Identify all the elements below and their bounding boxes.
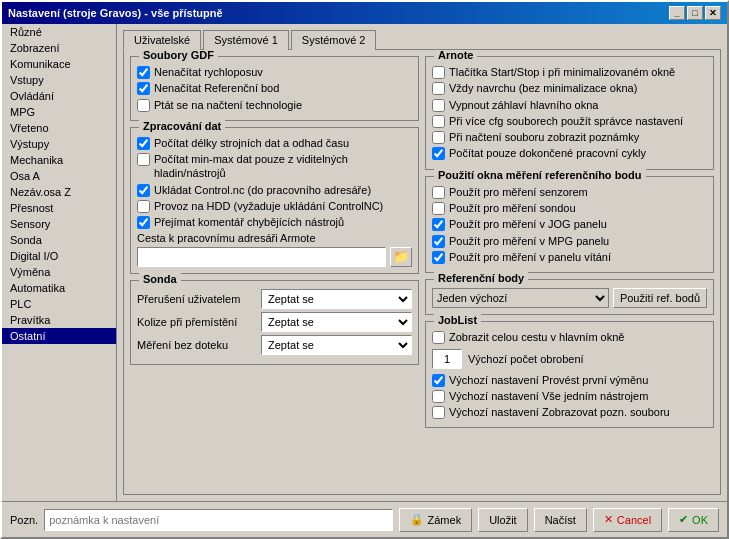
ok-label: OK	[692, 514, 708, 526]
joblist-count-input[interactable]	[432, 349, 462, 369]
tab-systemove1[interactable]: Systémové 1	[203, 30, 289, 50]
arnote-content: Tlačítka Start/Stop i při minimalizované…	[432, 65, 707, 161]
chk-ar-5-label: Při načtení souboru zobrazit poznámky	[449, 130, 639, 144]
chk-ar-1-label: Tlačítka Start/Stop i při minimalizované…	[449, 65, 675, 79]
chk-row-gdf-3: Ptát se na načtení technologie	[137, 98, 412, 112]
chk-ar-4[interactable]	[432, 115, 445, 128]
chk-ar-6-label: Počítat pouze dokončené pracovní cykly	[449, 146, 646, 160]
chk-zp-5[interactable]	[137, 216, 150, 229]
chk-gdf-1-label: Nenačítat rychloposuv	[154, 65, 263, 79]
chk-zp-2-label: Počítat min-max dat pouze z viditelných …	[154, 152, 412, 181]
chk-po-2[interactable]	[432, 202, 445, 215]
zamek-button[interactable]: 🔒 Zámek	[399, 508, 473, 532]
group-arnote-title: Arnote	[434, 49, 477, 61]
chk-jl-2[interactable]	[432, 374, 445, 387]
sonda-row-1: Přerušení uživatelem Zeptat se Ano Ne	[137, 289, 412, 309]
ulozit-button[interactable]: Uložit	[478, 508, 528, 532]
sidebar-item-ostatn-[interactable]: Ostatní	[2, 328, 116, 344]
chk-po-3-label: Použít pro měření v JOG panelu	[449, 217, 607, 231]
pozn-input[interactable]	[44, 509, 392, 531]
sonda-select-2[interactable]: Zeptat se Ano Ne	[261, 312, 412, 332]
sidebar-item-sensory[interactable]: Sensory	[2, 216, 116, 232]
sidebar-item-prav-tka[interactable]: Pravítka	[2, 312, 116, 328]
sidebar-item-digital-i-o[interactable]: Digital I/O	[2, 248, 116, 264]
sonda-select-1[interactable]: Zeptat se Ano Ne	[261, 289, 412, 309]
chk-ar-3[interactable]	[432, 99, 445, 112]
chk-zp-5-label: Přejímat komentář chybějících nástrojů	[154, 215, 344, 229]
chk-jl-3[interactable]	[432, 390, 445, 403]
chk-ar-2-label: Vždy navrchu (bez minimalizace okna)	[449, 81, 637, 95]
minimize-button[interactable]: _	[669, 6, 685, 20]
title-bar: Nastavení (stroje Gravos) - vše přístupn…	[2, 2, 727, 24]
chk-po-5[interactable]	[432, 251, 445, 264]
sidebar-item-v-m-na[interactable]: Výměna	[2, 264, 116, 280]
sidebar-item-v-stupy[interactable]: Výstupy	[2, 136, 116, 152]
sidebar-item-automatika[interactable]: Automatika	[2, 280, 116, 296]
chk-row-po-2: Použít pro měření sondou	[432, 201, 707, 215]
soubory-gdf-content: Nenačítat rychloposuv Nenačítat Referenč…	[137, 65, 412, 112]
chk-row-po-5: Použít pro měření v panelu vítání	[432, 250, 707, 264]
sidebar-item-zobrazen-[interactable]: Zobrazení	[2, 40, 116, 56]
chk-ar-2[interactable]	[432, 82, 445, 95]
chk-po-4[interactable]	[432, 235, 445, 248]
sidebar-item-mpg[interactable]: MPG	[2, 104, 116, 120]
sidebar-item-r-zn-[interactable]: Různé	[2, 24, 116, 40]
sonda-select-3[interactable]: Zeptat se Ano Ne	[261, 335, 412, 355]
sidebar-item-vstupy[interactable]: Vstupy	[2, 72, 116, 88]
group-pouziti-title: Použití okna měření referenčního bodu	[434, 169, 646, 181]
chk-gdf-1[interactable]	[137, 66, 150, 79]
sidebar-item-p-esnost[interactable]: Přesnost	[2, 200, 116, 216]
maximize-button[interactable]: □	[687, 6, 703, 20]
sidebar-item-komunikace[interactable]: Komunikace	[2, 56, 116, 72]
lock-icon: 🔒	[410, 513, 424, 526]
sonda-content: Přerušení uživatelem Zeptat se Ano Ne Ko…	[137, 289, 412, 355]
cancel-label: Cancel	[617, 514, 651, 526]
close-button[interactable]: ✕	[705, 6, 721, 20]
path-label: Cesta k pracovnímu adresáři Armote	[137, 232, 412, 244]
sidebar-item-ovl-d-n-[interactable]: Ovládání	[2, 88, 116, 104]
sidebar-item-plc[interactable]: PLC	[2, 296, 116, 312]
chk-gdf-2[interactable]	[137, 82, 150, 95]
ref-button[interactable]: Použití ref. bodů	[613, 288, 707, 308]
sidebar-item-v-eteno[interactable]: Vřeteno	[2, 120, 116, 136]
ok-button[interactable]: ✔ OK	[668, 508, 719, 532]
chk-po-5-label: Použít pro měření v panelu vítání	[449, 250, 611, 264]
chk-ar-1[interactable]	[432, 66, 445, 79]
chk-zp-2[interactable]	[137, 153, 150, 166]
pouziti-content: Použít pro měření senzorem Použít pro mě…	[432, 185, 707, 264]
chk-row-po-3: Použít pro měření v JOG panelu	[432, 217, 707, 231]
chk-gdf-3[interactable]	[137, 99, 150, 112]
chk-row-ar-3: Vypnout záhlaví hlavního okna	[432, 98, 707, 112]
sidebar-item-sonda[interactable]: Sonda	[2, 232, 116, 248]
chk-po-2-label: Použít pro měření sondou	[449, 201, 576, 215]
chk-po-3[interactable]	[432, 218, 445, 231]
ref-select[interactable]: Jeden výchozí	[432, 288, 609, 308]
chk-zp-3[interactable]	[137, 184, 150, 197]
chk-gdf-3-label: Ptát se na načtení technologie	[154, 98, 302, 112]
cancel-button[interactable]: ✕ Cancel	[593, 508, 662, 532]
chk-ar-6[interactable]	[432, 147, 445, 160]
sidebar-item-osa-a[interactable]: Osa A	[2, 168, 116, 184]
chk-zp-4[interactable]	[137, 200, 150, 213]
chk-jl-1[interactable]	[432, 331, 445, 344]
chk-ar-5[interactable]	[432, 131, 445, 144]
chk-row-gdf-1: Nenačítat rychloposuv	[137, 65, 412, 79]
chk-zp-1[interactable]	[137, 137, 150, 150]
nacist-button[interactable]: Načíst	[534, 508, 587, 532]
folder-button[interactable]: 📁	[390, 247, 412, 267]
tab-systemove2[interactable]: Systémové 2	[291, 30, 377, 50]
group-sonda-title: Sonda	[139, 273, 181, 285]
sidebar-item-nez-v-osa-z[interactable]: Nezáv.osa Z	[2, 184, 116, 200]
joblist-content: Zobrazit celou cestu v hlavním okně Vých…	[432, 330, 707, 419]
chk-row-ar-6: Počítat pouze dokončené pracovní cykly	[432, 146, 707, 160]
chk-jl-4[interactable]	[432, 406, 445, 419]
chk-po-1[interactable]	[432, 186, 445, 199]
path-input[interactable]	[137, 247, 386, 267]
tab-uzivatelske[interactable]: Uživatelské	[123, 30, 201, 50]
content-area: RůznéZobrazeníKomunikaceVstupyOvládáníMP…	[2, 24, 727, 501]
chk-row-zp-5: Přejímat komentář chybějících nástrojů	[137, 215, 412, 229]
chk-zp-3-label: Ukládat Control.nc (do pracovního adresá…	[154, 183, 371, 197]
chk-row-jl-3: Výchozí nastavení Vše jedním nástrojem	[432, 389, 707, 403]
tab-content: Soubory GDF Nenačítat rychloposuv Nenačí…	[123, 49, 721, 495]
sidebar-item-mechanika[interactable]: Mechanika	[2, 152, 116, 168]
